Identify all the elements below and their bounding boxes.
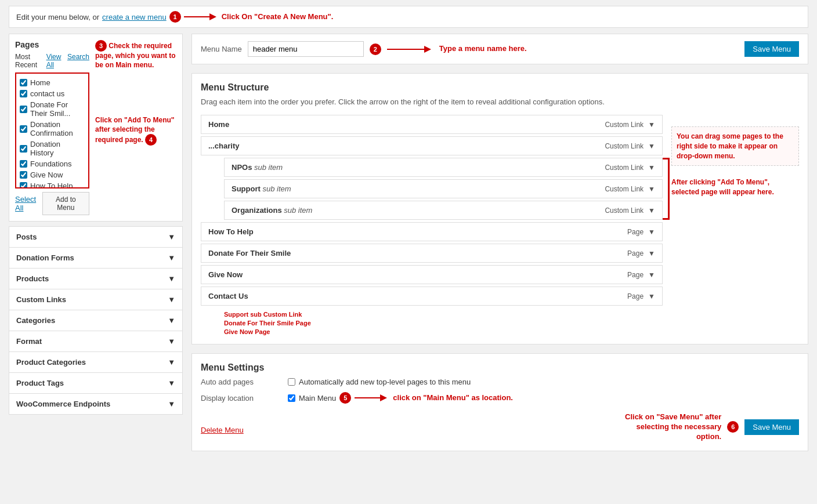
- chevron-down-icon-product-tags: ▼: [168, 379, 175, 387]
- page-checkbox-foundations[interactable]: [20, 160, 27, 168]
- menu-item-how-to-help-right: Page ▼: [627, 228, 655, 236]
- sidebar-label-custom-links: Custom Links: [16, 295, 66, 304]
- menu-item-contact-us-type: Page: [627, 292, 644, 300]
- sidebar-item-posts[interactable]: Posts ▼: [9, 227, 182, 248]
- page-checkbox-contact[interactable]: [20, 90, 27, 97]
- chevron-down-icon-custom-links: ▼: [168, 295, 175, 304]
- sidebar-item-products[interactable]: Products ▼: [9, 269, 182, 289]
- menu-item-charity[interactable]: ...charity Custom Link ▼: [201, 136, 663, 155]
- menu-item-contact-us[interactable]: Contact Us Page ▼: [201, 287, 663, 306]
- menu-item-home[interactable]: Home Custom Link ▼: [201, 115, 663, 134]
- menu-item-give-now-right: Page ▼: [627, 271, 655, 279]
- auto-add-pages-row: Auto add pages Automatically add new top…: [201, 378, 799, 386]
- pages-list-container: Home contact us Donate For Their Smil...: [15, 72, 89, 188]
- sidebar-label-categories: Categories: [16, 316, 55, 325]
- page-checkbox-donation-confirm[interactable]: [20, 125, 27, 133]
- main-menu-checkbox[interactable]: [288, 394, 295, 402]
- sidebar-item-product-tags[interactable]: Product Tags ▼: [9, 373, 182, 394]
- tab-most-recent[interactable]: Most Recent: [15, 53, 42, 69]
- menu-item-support[interactable]: Support sub item Custom Link ▼: [224, 179, 663, 198]
- annotation-bubble-2: 2: [370, 43, 381, 55]
- arrow-1: [184, 11, 219, 23]
- menu-settings-title: Menu Settings: [201, 362, 799, 373]
- page-item-foundations[interactable]: Foundations: [20, 158, 85, 169]
- sidebar-label-product-tags: Product Tags: [16, 379, 64, 387]
- page-item-donation-confirm[interactable]: Donation Confirmation: [20, 119, 85, 139]
- display-location-label: Display location: [201, 394, 282, 403]
- page-checkbox-donate[interactable]: [20, 106, 27, 113]
- sidebar-annotations: 3 Check the required page, which you wan…: [95, 40, 176, 146]
- chevron-down-icon-donate-smile: ▼: [648, 249, 655, 258]
- menu-item-charity-right: Custom Link ▼: [605, 142, 655, 150]
- select-all-link[interactable]: Select All: [15, 195, 42, 212]
- menu-item-give-now[interactable]: Give Now Page ▼: [201, 265, 663, 284]
- chevron-down-icon-support: ▼: [648, 185, 655, 193]
- page-label-donation-confirm: Donation Confirmation: [30, 120, 85, 137]
- menu-item-how-to-help[interactable]: How To Help Page ▼: [201, 222, 663, 241]
- menu-item-support-label: Support sub item: [232, 184, 291, 193]
- page-checkbox-home[interactable]: [20, 79, 27, 86]
- sidebar-item-custom-links[interactable]: Custom Links ▼: [9, 289, 182, 310]
- menu-item-npos[interactable]: NPOs sub item Custom Link ▼: [224, 158, 663, 177]
- sidebar-item-format[interactable]: Format ▼: [9, 331, 182, 352]
- chevron-down-icon-how-to-help: ▼: [648, 228, 655, 236]
- page-item-how-to-help[interactable]: How To Help: [20, 180, 85, 188]
- page-item-give-now[interactable]: Give Now: [20, 169, 85, 180]
- page-checkbox-donation-history[interactable]: [20, 145, 27, 153]
- annotation-text-5: click on "Main Menu" as location.: [393, 393, 513, 403]
- create-new-menu-link[interactable]: create a new menu: [102, 13, 167, 21]
- page-item-contact[interactable]: contact us: [20, 88, 85, 99]
- sidebar-item-categories[interactable]: Categories ▼: [9, 310, 182, 331]
- page-item-home[interactable]: Home: [20, 77, 85, 88]
- menu-items-list: Home Custom Link ▼ ...charity Custom Lin…: [201, 115, 663, 308]
- auto-add-value: Automatically add new top-level pages to…: [288, 378, 471, 386]
- menu-items-area: Home Custom Link ▼ ...charity Custom Lin…: [201, 115, 799, 308]
- sidebar-item-donation-forms[interactable]: Donation Forms ▼: [9, 248, 182, 269]
- delete-menu-link[interactable]: Delete Menu: [201, 426, 244, 434]
- chevron-down-icon-donation-forms: ▼: [168, 253, 175, 262]
- annotation-bubble-1: 1: [169, 11, 181, 23]
- chevron-down-icon-home: ▼: [648, 121, 655, 129]
- menu-item-npos-label: NPOs sub item: [232, 163, 283, 172]
- menu-item-organizations[interactable]: Organizations sub item Custom Link ▼: [224, 201, 663, 220]
- sub-items-group: NPOs sub item Custom Link ▼ Support sub …: [201, 158, 663, 220]
- menu-item-how-to-help-type: Page: [627, 228, 644, 236]
- arrow-2: [387, 43, 433, 55]
- pages-list-box: Home contact us Donate For Their Smil...: [15, 72, 89, 188]
- drag-annotation: You can drag some pages to the right sid…: [671, 126, 799, 166]
- save-menu-button-top[interactable]: Save Menu: [744, 41, 799, 57]
- main-menu-label: Main Menu: [299, 394, 336, 403]
- menu-name-row: Menu Name header menu 2 Type a menu name…: [191, 34, 808, 64]
- page-item-donation-history[interactable]: Donation History: [20, 139, 85, 158]
- menu-item-contact-us-label: Contact Us: [208, 292, 248, 300]
- menu-name-input[interactable]: header menu: [248, 41, 364, 57]
- menu-item-donate-smile[interactable]: Donate For Their Smile Page ▼: [201, 244, 663, 263]
- tab-view-all[interactable]: View All: [46, 53, 63, 69]
- annotation-support-sub: Support sub Custom Link: [224, 311, 799, 318]
- annotation-bubble-3: 3: [95, 40, 107, 52]
- arrow-5: [355, 392, 389, 404]
- menu-item-give-now-label: Give Now: [208, 270, 243, 279]
- page-item-donate[interactable]: Donate For Their Smil...: [20, 99, 85, 119]
- auto-add-checkbox[interactable]: [288, 378, 295, 386]
- page-checkbox-give-now[interactable]: [20, 171, 27, 179]
- menu-item-organizations-type: Custom Link: [605, 206, 644, 215]
- page-label-contact: contact us: [30, 89, 64, 98]
- sidebar-label-woocommerce: WooCommerce Endpoints: [16, 400, 110, 408]
- sidebar-item-woocommerce[interactable]: WooCommerce Endpoints ▼: [9, 394, 182, 414]
- page-checkbox-how-to-help[interactable]: [20, 182, 27, 188]
- chevron-down-icon-products: ▼: [168, 274, 175, 283]
- menu-item-support-type: Custom Link: [605, 185, 644, 193]
- sidebar-item-product-categories[interactable]: Product Categories ▼: [9, 352, 182, 373]
- menu-structure-section: Menu Structure Drag each item into the o…: [191, 73, 808, 345]
- save-menu-area: Click on "Save Menu" after selecting the…: [617, 412, 799, 442]
- add-to-menu-button[interactable]: Add to Menu: [42, 192, 89, 215]
- tab-search[interactable]: Search: [67, 53, 89, 69]
- save-menu-button-bottom[interactable]: Save Menu: [744, 419, 799, 435]
- top-bar: Edit your menu below, or create a new me…: [9, 6, 808, 28]
- pages-title: Pages: [15, 40, 89, 49]
- menu-item-donate-smile-type: Page: [627, 249, 644, 258]
- support-sub-tag: sub item: [262, 184, 291, 193]
- chevron-down-icon-give-now: ▼: [648, 271, 655, 279]
- content-area: Menu Name header menu 2 Type a menu name…: [191, 34, 808, 451]
